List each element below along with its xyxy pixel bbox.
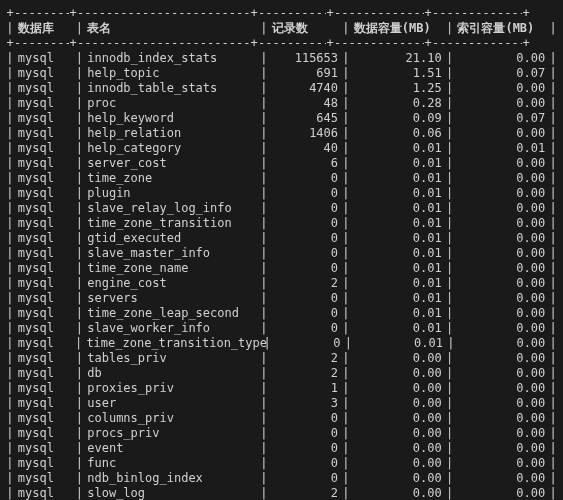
cell: ndb_binlog_index — [83, 470, 260, 486]
table-row: |mysql|time_zone_transition_type|0|0.01|… — [6, 336, 557, 351]
cell: mysql — [14, 200, 76, 216]
cell: 0.00 — [453, 470, 549, 486]
cell: 0.00 — [453, 80, 549, 96]
cell: 0.00 — [453, 290, 549, 306]
cell: mysql — [14, 140, 76, 156]
table-row: |mysql|help_category|40|0.01|0.01| — [6, 141, 557, 156]
cell: 0.01 — [350, 245, 446, 261]
cell: 1 — [268, 380, 342, 396]
cell: 2 — [268, 350, 342, 366]
cell: 645 — [268, 110, 342, 126]
cell: 0.00 — [453, 320, 549, 336]
cell: 0.00 — [453, 185, 549, 201]
cell: 0.01 — [350, 200, 446, 216]
cell: 0 — [268, 185, 342, 201]
cell: 4740 — [268, 80, 342, 96]
cell: 0.00 — [453, 395, 549, 411]
cell: 0.01 — [350, 230, 446, 246]
cell: time_zone_transition_type — [82, 335, 263, 351]
cell: innodb_index_stats — [83, 50, 260, 66]
separator-row: +---------------------------------------… — [6, 36, 557, 51]
cell: 6 — [268, 155, 342, 171]
table-row: |mysql|columns_priv|0|0.00|0.00| — [6, 411, 557, 426]
table-row: |mysql|time_zone|0|0.01|0.00| — [6, 171, 557, 186]
cell: 0.00 — [350, 350, 446, 366]
cell: mysql — [14, 380, 76, 396]
cell: 0.01 — [453, 140, 549, 156]
cell: 0.00 — [350, 410, 446, 426]
cell: procs_priv — [83, 425, 260, 441]
table-row: |mysql|innodb_index_stats|115653|21.10|0… — [6, 51, 557, 66]
cell: 0.00 — [453, 455, 549, 471]
table-row: |mysql|slave_worker_info|0|0.01|0.00| — [6, 321, 557, 336]
cell: mysql — [14, 110, 76, 126]
cell: mysql — [14, 95, 76, 111]
cell: mysql — [14, 455, 76, 471]
col-header: 索引容量(MB) — [453, 20, 549, 36]
cell: 0 — [268, 260, 342, 276]
cell: tables_priv — [83, 350, 260, 366]
separator-row: +---------------------------------------… — [6, 6, 557, 21]
cell: 0.00 — [350, 425, 446, 441]
table-row: |mysql|slave_master_info|0|0.01|0.00| — [6, 246, 557, 261]
cell: 0.01 — [350, 320, 446, 336]
cell: time_zone_transition — [83, 215, 260, 231]
cell: 0.06 — [350, 125, 446, 141]
cell: 0.00 — [453, 380, 549, 396]
col-header: 数据容量(MB) — [350, 20, 446, 36]
table-row: |mysql|db|2|0.00|0.00| — [6, 366, 557, 381]
mysql-result-table: +---------------------------------------… — [6, 6, 557, 500]
cell: mysql — [14, 350, 76, 366]
col-header: 记录数 — [268, 20, 342, 36]
cell: help_relation — [83, 125, 260, 141]
cell: time_zone — [83, 170, 260, 186]
cell: 0.00 — [455, 335, 550, 351]
cell: mysql — [14, 80, 76, 96]
cell: 0.00 — [453, 365, 549, 381]
cell: 3 — [268, 395, 342, 411]
cell: 0 — [268, 440, 342, 456]
cell: mysql — [14, 260, 76, 276]
cell: 0.07 — [453, 65, 549, 81]
cell: 115653 — [268, 50, 342, 66]
cell: slave_worker_info — [83, 320, 260, 336]
table-row: |mysql|help_relation|1406|0.06|0.00| — [6, 126, 557, 141]
cell: 0.01 — [350, 140, 446, 156]
cell: 0.00 — [453, 305, 549, 321]
cell: mysql — [14, 290, 76, 306]
cell: 48 — [268, 95, 342, 111]
table-row: |mysql|help_keyword|645|0.09|0.07| — [6, 111, 557, 126]
cell: mysql — [14, 65, 76, 81]
cell: slow_log — [83, 485, 260, 500]
cell: mysql — [14, 170, 76, 186]
cell: 0.01 — [350, 260, 446, 276]
cell: 0.01 — [350, 305, 446, 321]
cell: mysql — [14, 365, 76, 381]
cell: proc — [83, 95, 260, 111]
cell: 0.00 — [350, 395, 446, 411]
cell: mysql — [14, 410, 76, 426]
cell: 0.09 — [350, 110, 446, 126]
cell: innodb_table_stats — [83, 80, 260, 96]
cell: 0.00 — [453, 230, 549, 246]
table-row: |mysql|ndb_binlog_index|0|0.00|0.00| — [6, 471, 557, 486]
cell: 0.00 — [350, 485, 446, 500]
table-row: |mysql|help_topic|691|1.51|0.07| — [6, 66, 557, 81]
cell: 0.00 — [350, 365, 446, 381]
cell: 0.01 — [350, 170, 446, 186]
cell: servers — [83, 290, 260, 306]
cell: 0.00 — [453, 200, 549, 216]
cell: 0.01 — [350, 185, 446, 201]
table-row: |mysql|time_zone_name|0|0.01|0.00| — [6, 261, 557, 276]
col-header: 数据库 — [14, 20, 76, 36]
table-row: |mysql|proxies_priv|1|0.00|0.00| — [6, 381, 557, 396]
table-row: |mysql|time_zone_transition|0|0.01|0.00| — [6, 216, 557, 231]
cell: slave_relay_log_info — [83, 200, 260, 216]
cell: engine_cost — [83, 275, 260, 291]
cell: 2 — [268, 275, 342, 291]
cell: 0 — [268, 230, 342, 246]
cell: 21.10 — [350, 50, 446, 66]
cell: 0 — [268, 170, 342, 186]
cell: 1.51 — [350, 65, 446, 81]
cell: 0.00 — [350, 440, 446, 456]
